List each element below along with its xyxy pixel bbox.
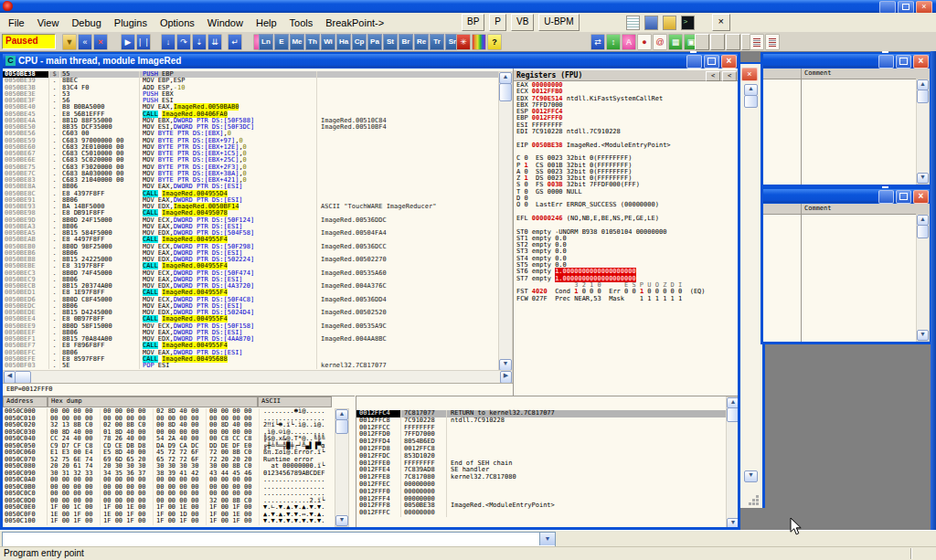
scroll-down-arrow[interactable]: ▼: [335, 515, 348, 526]
side-window-top-content[interactable]: Comment ▲ ▼: [763, 69, 930, 185]
side-bottom-vscrollbar[interactable]: ▲ ▼: [916, 214, 930, 342]
side-window-bottom-titlebar[interactable]: ×: [763, 189, 930, 203]
scrollbar-thumb[interactable]: [917, 90, 929, 103]
stack-vscrollbar[interactable]: ▲ ▼: [726, 396, 738, 527]
register-row[interactable]: EFL 00000246 (NO,NB,E,BE,NS,PE,GE,LE): [514, 216, 738, 222]
menu-item-breakpoint[interactable]: BreakPoint->: [319, 17, 390, 28]
dump-header-address[interactable]: Address: [3, 396, 48, 407]
plugin-button-bp[interactable]: BP: [462, 14, 484, 31]
toolbar-button-e[interactable]: E: [274, 34, 289, 50]
scrollbar-thumb[interactable]: [15, 371, 31, 384]
toolbar-button-th[interactable]: Th: [305, 34, 320, 50]
save-icon[interactable]: [644, 16, 658, 30]
scrollbar-thumb[interactable]: [499, 83, 512, 101]
maximize-button[interactable]: [896, 190, 911, 204]
maximize-button[interactable]: [896, 55, 911, 69]
close-button[interactable]: ×: [913, 55, 929, 69]
plugin-button-vb[interactable]: VB: [511, 14, 534, 31]
cpu-minimize-button[interactable]: [686, 55, 702, 69]
register-row[interactable]: EIP 0050BE38 ImageRed.<ModuleEntryPoint>: [514, 143, 738, 149]
pause-icon[interactable]: ❘❘: [136, 34, 151, 50]
scrollbar-thumb[interactable]: [335, 419, 348, 434]
disasm-vscrollbar[interactable]: ▲ ▼: [498, 71, 513, 372]
record-icon[interactable]: ●: [637, 34, 652, 50]
note-icon[interactable]: [626, 16, 640, 30]
plugin-button-p[interactable]: P: [489, 14, 506, 31]
register-row[interactable]: FCW 027F Prec NEAR,53 Mask 1 1 1 1 1 1: [514, 296, 738, 302]
animate-into-icon[interactable]: ⇣: [192, 34, 207, 50]
disasm-row[interactable]: 0050BF03.5EPOP ESIkernel32.7C817077: [3, 363, 498, 369]
run-icon[interactable]: ▶: [121, 34, 135, 50]
comment-column-header[interactable]: Comment: [804, 69, 832, 78]
dump-pane[interactable]: Address Hex dump ASCII 0050C00000 00 00 …: [3, 396, 355, 527]
toolbar-button-ha[interactable]: Ha: [336, 34, 351, 50]
highlight-a-icon[interactable]: A: [622, 34, 636, 50]
minimize-button[interactable]: [879, 1, 896, 14]
animate-over-icon[interactable]: ⇊: [207, 34, 222, 50]
scrollbar-thumb[interactable]: [917, 225, 929, 238]
menu-item-help[interactable]: Help: [250, 17, 283, 28]
minimize-button[interactable]: [878, 55, 894, 69]
spiral-icon[interactable]: @: [653, 34, 667, 50]
folder-icon[interactable]: [663, 16, 676, 30]
resize-grip[interactable]: [750, 496, 759, 505]
menu-item-tools[interactable]: Tools: [283, 17, 320, 28]
menu-item-plugins[interactable]: Plugins: [108, 17, 154, 28]
dump-row[interactable]: 0050C1001F 00 1F 001F 00 1F 001F 00 1F 0…: [3, 518, 324, 525]
minimize-button[interactable]: [878, 190, 894, 204]
open-file-icon[interactable]: ▼: [62, 34, 77, 50]
side-window-bottom-content[interactable]: Comment ▲ ▼: [763, 204, 930, 342]
toolbar-button-pa[interactable]: Pa: [367, 34, 382, 50]
dump-header-hex[interactable]: Hex dump: [48, 396, 258, 407]
execute-till-return-icon[interactable]: ↵: [228, 34, 242, 50]
report-icon[interactable]: [750, 34, 764, 50]
menu-item-debug[interactable]: Debug: [65, 17, 107, 28]
appearance-icon[interactable]: [472, 34, 486, 50]
registers-prev-button[interactable]: <: [706, 71, 720, 81]
registers-next-button[interactable]: <: [722, 71, 737, 81]
report-icon[interactable]: [765, 34, 780, 50]
step-over-icon[interactable]: ↷: [176, 34, 191, 50]
dump-header-ascii[interactable]: ASCII: [258, 396, 332, 407]
cpu-close-button[interactable]: ×: [721, 55, 737, 69]
register-row[interactable]: EDI 7C910228 ntdll.7C910228: [514, 129, 738, 135]
menu-item-file[interactable]: File: [2, 17, 31, 28]
stack-pane[interactable]: 0012FFC47C817077RETURN to kernel32.7C817…: [356, 396, 738, 527]
stack-row[interactable]: 0012FFFC00000000: [356, 510, 726, 517]
restart-icon[interactable]: «: [78, 34, 92, 50]
updown-icon[interactable]: ↕: [606, 34, 621, 50]
scroll-down-arrow[interactable]: ▼: [744, 470, 758, 482]
cpu-maximize-button[interactable]: [704, 55, 719, 69]
scroll-right-arrow[interactable]: ▶: [500, 371, 512, 384]
register-row[interactable]: T 0 GS 0000 NULL: [514, 189, 738, 195]
disasm-row[interactable]: 0050BE3E.53PUSH EBX: [3, 91, 498, 98]
menu-item-view[interactable]: View: [31, 17, 66, 28]
toolbar-button-tr[interactable]: Tr: [430, 34, 444, 50]
plugin-button-u-bpm[interactable]: U-BPM: [538, 14, 579, 31]
main-titlebar[interactable]: ×: [0, 0, 936, 13]
toolbar-button-st[interactable]: St: [383, 34, 398, 50]
close-icon[interactable]: ×: [741, 68, 758, 81]
blank-button[interactable]: [726, 34, 740, 50]
cpu-titlebar[interactable]: C CPU - main thread, module ImageRed ×: [3, 54, 738, 68]
disasm-row[interactable]: 0050BEFE.E8 8597F8FFCALL ImageRed.004956…: [3, 356, 498, 363]
step-into-icon[interactable]: ↓: [161, 34, 176, 50]
scrollbar-thumb[interactable]: [727, 407, 738, 422]
toolbar-button-me[interactable]: Me: [290, 34, 304, 50]
scrollbar-thumb[interactable]: [744, 95, 758, 108]
menu-item-window[interactable]: Window: [201, 17, 250, 28]
disasm-row[interactable]: 0050BE3B.83C4 F0ADD ESP,-10: [3, 85, 498, 91]
close-button[interactable]: ×: [916, 1, 932, 14]
register-row[interactable]: O 0 LastErr ERROR_SUCCESS (00000000): [514, 202, 738, 208]
dump-vscrollbar[interactable]: ▲ ▼: [335, 408, 349, 527]
close-button[interactable]: ×: [913, 190, 929, 204]
comment-column-header[interactable]: Comment: [804, 204, 832, 213]
toolbar-button-re[interactable]: Re: [414, 34, 429, 50]
menu-item-options[interactable]: Options: [154, 17, 201, 28]
options-gear-icon[interactable]: ✳: [456, 34, 471, 50]
blank-button[interactable]: [695, 34, 709, 50]
side-top-vscrollbar[interactable]: ▲ ▼: [916, 79, 930, 185]
disassembly-pane[interactable]: 0050BE38$55PUSH EBP0050BE39.8BECMOV EBP,…: [3, 71, 498, 370]
swap-icon[interactable]: ⇄: [590, 34, 605, 50]
close-program-icon[interactable]: ×: [93, 34, 108, 50]
